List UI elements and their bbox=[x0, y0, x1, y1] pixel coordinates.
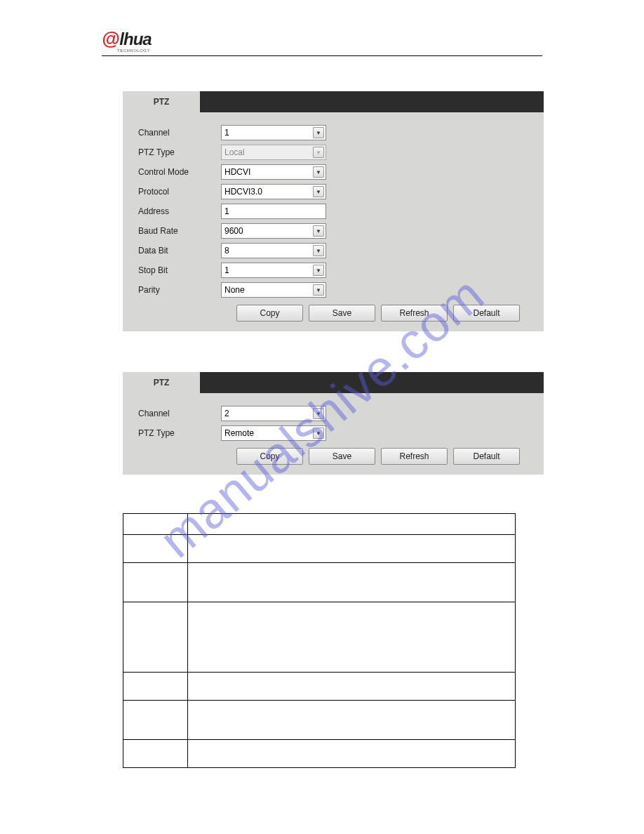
ptz-type-value: Remote bbox=[224, 428, 254, 438]
ptz-type-value: Local bbox=[224, 147, 245, 157]
save-button[interactable]: Save bbox=[309, 305, 375, 322]
table-cell bbox=[188, 514, 516, 535]
data-bit-label: Data Bit bbox=[138, 246, 221, 256]
parameter-table bbox=[123, 513, 516, 768]
tab-bar: PTZ bbox=[123, 372, 544, 393]
dropdown-arrow-icon: ▼ bbox=[313, 147, 324, 158]
stop-bit-value: 1 bbox=[224, 265, 229, 275]
dropdown-arrow-icon: ▼ bbox=[313, 428, 324, 439]
table-cell bbox=[123, 514, 188, 535]
page-header: @lhua TECHNOLOGY bbox=[102, 28, 542, 56]
channel-select[interactable]: 2 ▼ bbox=[221, 406, 326, 421]
ptz-panel-local: PTZ Channel 1 ▼ PTZ Type Local ▼ Control… bbox=[123, 91, 544, 331]
refresh-button[interactable]: Refresh bbox=[381, 305, 448, 322]
table-cell bbox=[123, 701, 188, 740]
protocol-value: HDCVI3.0 bbox=[224, 187, 262, 197]
header-divider bbox=[102, 55, 542, 56]
ptz-type-label: PTZ Type bbox=[138, 147, 221, 157]
table-cell bbox=[188, 563, 516, 602]
copy-button[interactable]: Copy bbox=[236, 305, 303, 322]
parity-select[interactable]: None ▼ bbox=[221, 282, 326, 298]
dropdown-arrow-icon: ▼ bbox=[313, 408, 324, 419]
address-label: Address bbox=[138, 206, 221, 216]
channel-select[interactable]: 1 ▼ bbox=[221, 125, 326, 140]
protocol-select[interactable]: HDCVI3.0 ▼ bbox=[221, 184, 326, 199]
default-button[interactable]: Default bbox=[453, 305, 520, 322]
channel-label: Channel bbox=[138, 128, 221, 138]
copy-button[interactable]: Copy bbox=[236, 448, 303, 465]
table-cell bbox=[123, 535, 188, 563]
baud-rate-value: 9600 bbox=[224, 226, 243, 236]
ptz-type-select: Local ▼ bbox=[221, 145, 326, 160]
tab-ptz[interactable]: PTZ bbox=[123, 372, 200, 393]
ptz-type-select[interactable]: Remote ▼ bbox=[221, 425, 326, 441]
refresh-button[interactable]: Refresh bbox=[381, 448, 448, 465]
tab-ptz[interactable]: PTZ bbox=[123, 91, 200, 112]
control-mode-value: HDCVI bbox=[224, 167, 250, 177]
tab-bar-empty bbox=[200, 372, 544, 393]
table-cell bbox=[123, 602, 188, 673]
dropdown-arrow-icon: ▼ bbox=[313, 186, 324, 197]
table-cell bbox=[188, 673, 516, 701]
dropdown-arrow-icon: ▼ bbox=[313, 166, 324, 178]
logo-mark: @ bbox=[102, 28, 119, 50]
dropdown-arrow-icon: ▼ bbox=[313, 225, 324, 237]
ptz-panel-remote: PTZ Channel 2 ▼ PTZ Type Remote ▼ Copy S bbox=[123, 372, 544, 475]
table-cell bbox=[188, 740, 516, 768]
stop-bit-select[interactable]: 1 ▼ bbox=[221, 263, 326, 278]
address-input[interactable]: 1 bbox=[221, 204, 326, 219]
stop-bit-label: Stop Bit bbox=[138, 265, 221, 275]
table-cell bbox=[123, 740, 188, 768]
data-bit-value: 8 bbox=[224, 246, 229, 256]
table-cell bbox=[188, 701, 516, 740]
brand-logo: @lhua bbox=[102, 28, 152, 50]
control-mode-select[interactable]: HDCVI ▼ bbox=[221, 164, 326, 180]
table-cell bbox=[123, 673, 188, 701]
data-bit-select[interactable]: 8 ▼ bbox=[221, 243, 326, 258]
address-value: 1 bbox=[224, 206, 229, 216]
parity-label: Parity bbox=[138, 285, 221, 295]
baud-rate-select[interactable]: 9600 ▼ bbox=[221, 223, 326, 239]
channel-value: 2 bbox=[224, 409, 229, 418]
dropdown-arrow-icon: ▼ bbox=[313, 245, 324, 256]
default-button[interactable]: Default bbox=[453, 448, 520, 465]
ptz-type-label: PTZ Type bbox=[138, 428, 221, 438]
baud-rate-label: Baud Rate bbox=[138, 226, 221, 236]
protocol-label: Protocol bbox=[138, 187, 221, 197]
table-cell bbox=[188, 535, 516, 563]
dropdown-arrow-icon: ▼ bbox=[313, 265, 324, 276]
channel-label: Channel bbox=[138, 409, 221, 418]
logo-text: lhua bbox=[119, 29, 151, 49]
dropdown-arrow-icon: ▼ bbox=[313, 127, 324, 138]
parity-value: None bbox=[224, 285, 245, 295]
table-cell bbox=[123, 563, 188, 602]
dropdown-arrow-icon: ▼ bbox=[313, 284, 324, 296]
channel-value: 1 bbox=[224, 128, 229, 138]
tab-bar: PTZ bbox=[123, 91, 544, 112]
control-mode-label: Control Mode bbox=[138, 167, 221, 177]
save-button[interactable]: Save bbox=[309, 448, 375, 465]
table-cell bbox=[188, 602, 516, 673]
logo-subtext: TECHNOLOGY bbox=[117, 48, 542, 53]
tab-bar-empty bbox=[200, 91, 544, 112]
